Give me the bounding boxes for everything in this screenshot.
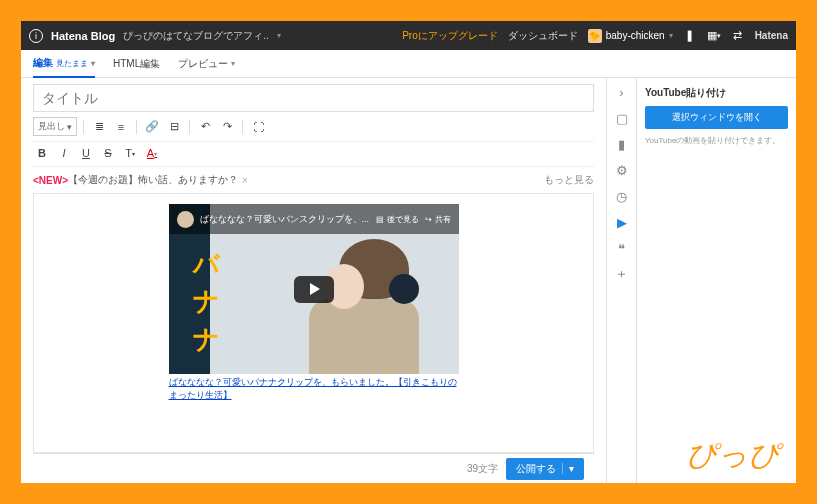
topic-bar: <NEW> 【今週のお題】怖い話、ありますか？ × もっと見る	[33, 167, 594, 193]
chevron-down-icon[interactable]: ▾	[562, 463, 574, 474]
tab-edit-label: 編集	[33, 56, 53, 70]
watch-later-button[interactable]: ▤ 後で見る	[376, 214, 419, 225]
editor-tabs: 編集 見たまま ▾ HTML編集 プレビュー ▾	[21, 50, 796, 78]
chevron-down-icon: ▾	[231, 59, 235, 68]
bookmark-icon[interactable]: ❚	[683, 29, 697, 43]
tab-html[interactable]: HTML編集	[113, 57, 160, 71]
apps-grid-icon[interactable]: ▦▾	[707, 29, 721, 43]
chevron-down-icon[interactable]: ▾	[277, 31, 281, 40]
chevron-down-icon: ▾	[91, 59, 95, 68]
youtube-icon[interactable]: ▶	[614, 214, 630, 230]
panel-title: YouTube貼り付け	[645, 86, 788, 100]
quote-icon[interactable]: ❝	[614, 240, 630, 256]
share-button[interactable]: ↪ 共有	[425, 214, 451, 225]
publish-button[interactable]: 公開する ▾	[506, 458, 584, 480]
channel-avatar[interactable]	[177, 211, 194, 228]
format-toolbar-2: B I U S T▾ A▾	[33, 142, 594, 167]
publish-label: 公開する	[516, 462, 556, 476]
link-icon[interactable]: 🔗	[143, 118, 161, 136]
avatar-icon: 🐤	[588, 29, 602, 43]
underline-icon[interactable]: U	[77, 144, 95, 162]
open-selection-window-button[interactable]: 選択ウィンドウを開く	[645, 106, 788, 129]
chevron-down-icon: ▾	[67, 122, 72, 132]
video-overlay-text: バナナ	[187, 234, 226, 347]
new-badge: <NEW>	[33, 175, 68, 186]
strike-icon[interactable]: S	[99, 144, 117, 162]
plus-icon[interactable]: ＋	[614, 266, 630, 282]
swap-icon[interactable]: ⇄	[731, 29, 745, 43]
italic-icon[interactable]: I	[55, 144, 73, 162]
editor-content[interactable]: ばなななな？可愛いバンスクリップを、... ▤ 後で見る ↪ 共有 バナナ	[33, 193, 594, 453]
hatena-link[interactable]: Hatena	[755, 30, 788, 41]
panel-hint: YouTubeの動画を貼り付けできます。	[645, 135, 788, 146]
sidebar-tools: › ▢ ▮ ⚙ ◷ ▶ ❝ ＋	[606, 78, 636, 483]
top-bar: i Hatena Blog ぴっぴのはてなブログでアフィ.. ▾ Proにアップ…	[21, 21, 796, 50]
tab-preview[interactable]: プレビュー ▾	[178, 57, 235, 71]
separator	[242, 120, 243, 134]
youtube-embed[interactable]: ばなななな？可愛いバンスクリップを、... ▤ 後で見る ↪ 共有 バナナ	[169, 204, 459, 374]
list-ol-icon[interactable]: ≡	[112, 118, 130, 136]
video-caption-link[interactable]: ばなななな？可愛いバナナクリップを、もらいました。【引きこもりのまったり生活】	[169, 376, 459, 402]
logo-text[interactable]: Hatena Blog	[51, 30, 115, 42]
username-label: baby-chicken	[606, 30, 665, 41]
format-toolbar: 見出し ▾ ≣ ≡ 🔗 ⊟ ↶ ↷ ⛶	[33, 112, 594, 142]
font-color-icon[interactable]: A▾	[143, 144, 161, 162]
separator	[189, 120, 190, 134]
tab-preview-label: プレビュー	[178, 57, 228, 71]
topic-text[interactable]: 【今週のお題】怖い話、ありますか？	[68, 173, 238, 187]
play-icon[interactable]	[294, 276, 334, 303]
read-more-icon[interactable]: ⊟	[165, 118, 183, 136]
video-title[interactable]: ばなななな？可愛いバンスクリップを、...	[200, 213, 370, 226]
chevron-down-icon: ▾	[669, 31, 673, 40]
separator	[83, 120, 84, 134]
user-menu[interactable]: 🐤 baby-chicken ▾	[588, 29, 673, 43]
tab-edit-mode: 見たまま	[56, 58, 88, 69]
font-size-icon[interactable]: T▾	[121, 144, 139, 162]
heading-select[interactable]: 見出し ▾	[33, 117, 77, 136]
dashboard-link[interactable]: ダッシュボード	[508, 29, 578, 43]
person-illustration	[309, 239, 419, 374]
upgrade-pro-link[interactable]: Proにアップグレード	[402, 29, 498, 43]
separator	[136, 120, 137, 134]
fullscreen-icon[interactable]: ⛶	[249, 118, 267, 136]
list-ul-icon[interactable]: ≣	[90, 118, 108, 136]
gear-icon[interactable]: ⚙	[614, 162, 630, 178]
editor-footer: 39文字 公開する ▾	[33, 453, 594, 483]
title-input[interactable]	[33, 84, 594, 112]
bold-icon[interactable]: B	[33, 144, 51, 162]
more-link[interactable]: もっと見る	[544, 173, 594, 187]
tab-edit[interactable]: 編集 見たまま ▾	[33, 56, 95, 78]
youtube-panel: YouTube貼り付け 選択ウィンドウを開く YouTubeの動画を貼り付けでき…	[636, 78, 796, 483]
redo-icon[interactable]: ↷	[218, 118, 236, 136]
chevron-right-icon[interactable]: ›	[614, 84, 630, 100]
heading-select-label: 見出し	[38, 120, 65, 133]
category-icon[interactable]: ▮	[614, 136, 630, 152]
clock-icon[interactable]: ◷	[614, 188, 630, 204]
char-count: 39文字	[467, 462, 498, 476]
hatena-logo-icon: i	[29, 29, 43, 43]
photo-icon[interactable]: ▢	[614, 110, 630, 126]
blog-subtitle[interactable]: ぴっぴのはてなブログでアフィ..	[123, 29, 269, 43]
close-icon[interactable]: ×	[242, 175, 248, 186]
undo-icon[interactable]: ↶	[196, 118, 214, 136]
